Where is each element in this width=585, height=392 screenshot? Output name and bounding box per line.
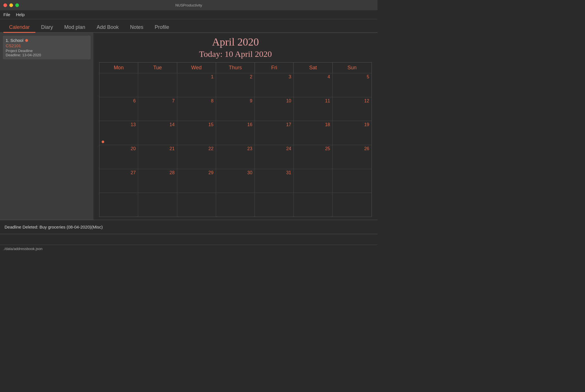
calendar-cell xyxy=(138,193,177,217)
list-item[interactable]: 1. School CS2101 Project Deadline Deadli… xyxy=(3,36,91,59)
calendar-day-number: 17 xyxy=(257,122,291,127)
calendar-cell[interactable]: 20 xyxy=(99,145,138,169)
tab-modplan[interactable]: Mod plan xyxy=(59,23,91,33)
calendar-day-number: 4 xyxy=(296,74,330,79)
calendar-day-number: 11 xyxy=(296,98,330,104)
calendar-row: 2728293031 xyxy=(99,169,372,193)
calendar-cell[interactable]: 18 xyxy=(294,121,332,145)
tab-profile[interactable]: Profile xyxy=(149,23,175,33)
nav-tabs: CalendarDiaryMod planAdd BookNotesProfil… xyxy=(0,19,377,33)
calendar-cell[interactable]: 2 xyxy=(216,73,255,97)
calendar-cell xyxy=(177,193,216,217)
calendar-cell[interactable]: 10 xyxy=(255,97,294,121)
calendar-cell[interactable]: 6 xyxy=(99,97,138,121)
calendar-cell[interactable]: 22 xyxy=(177,145,216,169)
calendar-cell xyxy=(255,193,294,217)
calendar-cell[interactable]: 28 xyxy=(138,169,177,193)
calendar-cell[interactable]: 13 xyxy=(99,121,138,145)
calendar-cell[interactable]: 4 xyxy=(294,73,332,97)
calendar-cell[interactable]: 11 xyxy=(294,97,332,121)
calendar-cell[interactable]: 17 xyxy=(255,121,294,145)
status-bar: Deadline Deleted: Buy groceries (08-04-2… xyxy=(0,220,377,234)
app-title: NUSProductivity xyxy=(175,3,202,7)
menu-file[interactable]: File xyxy=(3,12,10,17)
title-bar: NUSProductivity xyxy=(0,0,377,10)
calendar-cell[interactable]: 21 xyxy=(138,145,177,169)
close-button[interactable] xyxy=(3,3,7,7)
calendar-cell xyxy=(333,193,372,217)
calendar-header-row: MonTueWedThursFriSatSun xyxy=(99,63,372,73)
calendar-cell[interactable]: 15 xyxy=(177,121,216,145)
calendar-day-number: 29 xyxy=(180,170,213,175)
tab-diary[interactable]: Diary xyxy=(35,23,59,33)
calendar-cell[interactable]: 8 xyxy=(177,97,216,121)
calendar-day-number: 15 xyxy=(180,122,213,127)
calendar-day-number: 31 xyxy=(257,170,291,175)
calendar-cell xyxy=(294,169,332,193)
calendar-cell[interactable]: 9 xyxy=(216,97,255,121)
calendar-header-cell: Wed xyxy=(177,63,216,73)
calendar-day-number: 3 xyxy=(257,74,291,79)
deadline-dot xyxy=(102,141,104,143)
footer: ./data/addressbook.json xyxy=(0,245,377,253)
calendar-cell[interactable]: 31 xyxy=(255,169,294,193)
calendar-cell[interactable]: 24 xyxy=(255,145,294,169)
calendar-cell[interactable]: 29 xyxy=(177,169,216,193)
calendar-cell xyxy=(99,193,138,217)
calendar-body: 1234567891011121314151617181920212223242… xyxy=(99,73,372,217)
calendar-cell xyxy=(294,193,332,217)
calendar-cell[interactable]: 16 xyxy=(216,121,255,145)
calendar-row: 20212223242526 xyxy=(99,145,372,169)
calendar-day-number: 12 xyxy=(335,98,369,104)
calendar-day-number: 1 xyxy=(180,74,213,79)
calendar-grid: MonTueWedThursFriSatSun 1234567891011121… xyxy=(99,62,372,217)
sidebar-item-desc: Project Deadline xyxy=(6,49,88,53)
calendar-row: 6789101112 xyxy=(99,97,372,121)
calendar-day-number: 30 xyxy=(218,170,252,175)
calendar-cell[interactable]: 1 xyxy=(177,73,216,97)
calendar-day-number: 2 xyxy=(218,74,252,79)
calendar-header-cell: Sun xyxy=(333,63,372,73)
tab-calendar[interactable]: Calendar xyxy=(3,23,35,33)
calendar-cell[interactable]: 7 xyxy=(138,97,177,121)
calendar-cell xyxy=(333,169,372,193)
sidebar-item-date: Deadline: 13-04-2020 xyxy=(6,53,88,57)
tab-addbook[interactable]: Add Book xyxy=(91,23,124,33)
sidebar-item-course: CS2101 xyxy=(6,43,88,48)
calendar-day-number: 10 xyxy=(257,98,291,104)
calendar-cell[interactable]: 30 xyxy=(216,169,255,193)
calendar-month-title: April 2020 xyxy=(99,36,372,48)
calendar-day-number: 18 xyxy=(296,122,330,127)
calendar-day-number: 14 xyxy=(140,122,174,127)
calendar-cell[interactable]: 27 xyxy=(99,169,138,193)
calendar-cell[interactable]: 12 xyxy=(333,97,372,121)
calendar-header-cell: Fri xyxy=(255,63,294,73)
calendar-cell xyxy=(216,193,255,217)
calendar-header-cell: Tue xyxy=(138,63,177,73)
calendar-cell[interactable]: 5 xyxy=(333,73,372,97)
calendar-cell[interactable]: 3 xyxy=(255,73,294,97)
menu-help[interactable]: Help xyxy=(16,12,25,17)
calendar-cell[interactable]: 26 xyxy=(333,145,372,169)
calendar-today: Today: 10 April 2020 xyxy=(99,49,372,59)
calendar-day-number: 27 xyxy=(102,170,136,175)
calendar-day-number: 26 xyxy=(335,146,369,151)
calendar-cell[interactable]: 14 xyxy=(138,121,177,145)
calendar-cell[interactable]: 19 xyxy=(333,121,372,145)
calendar-cell[interactable]: 25 xyxy=(294,145,332,169)
calendar-day-number: 6 xyxy=(102,98,136,104)
calendar-day-number: 9 xyxy=(218,98,252,104)
maximize-button[interactable] xyxy=(15,3,19,7)
calendar-header-cell: Mon xyxy=(99,63,138,73)
command-input[interactable] xyxy=(2,237,375,242)
calendar-cell xyxy=(138,73,177,97)
calendar-cell[interactable]: 23 xyxy=(216,145,255,169)
traffic-lights xyxy=(3,3,19,7)
calendar-header-cell: Thurs xyxy=(216,63,255,73)
calendar-row xyxy=(99,193,372,217)
calendar-day-number: 21 xyxy=(140,146,174,151)
input-bar[interactable] xyxy=(0,234,377,245)
minimize-button[interactable] xyxy=(9,3,13,7)
tab-notes[interactable]: Notes xyxy=(124,23,149,33)
main-layout: 1. School CS2101 Project Deadline Deadli… xyxy=(0,33,377,220)
